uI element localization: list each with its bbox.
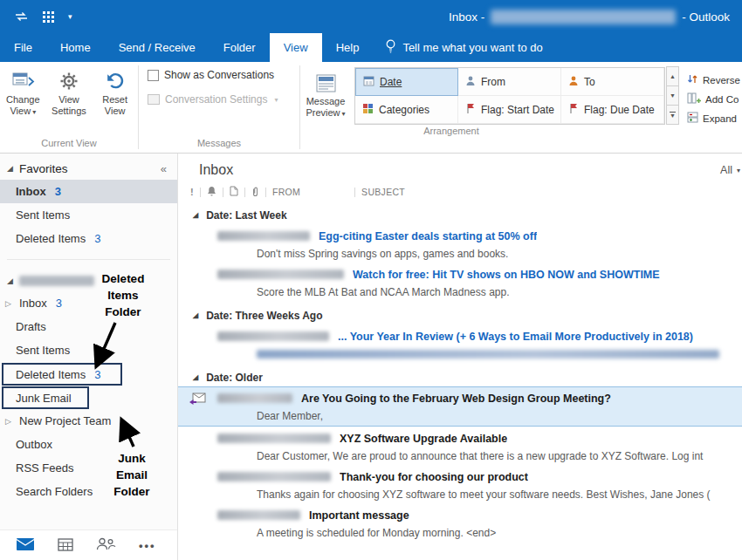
window-title-prefix: Inbox -: [449, 10, 484, 24]
group-label: Date: Older: [206, 372, 263, 384]
arrangement-item-flag-due-date[interactable]: Flag: Due Date: [561, 96, 664, 124]
message-preview: Thanks again for choosing XYZ software t…: [178, 488, 742, 501]
annotation-line: Items: [87, 287, 159, 304]
blurred-sender: [217, 270, 344, 279]
folder-item-junk-email[interactable]: Junk Email: [2, 386, 89, 409]
message-row[interactable]: Important message A meeting is scheduled…: [178, 503, 742, 542]
ribbon-tab-bar: File Home Send / Receive Folder View Hel…: [0, 33, 742, 62]
grid-icon[interactable]: [43, 11, 54, 23]
ribbon-group-current-view: Change View▾ View Settings Reset View Cu…: [0, 62, 138, 153]
message-preview: Dear Member,: [178, 410, 742, 422]
message-row[interactable]: Thank-you for choosing our product Thank…: [178, 465, 742, 503]
folder-label: Inbox: [16, 185, 46, 198]
gallery-scroll-up-icon[interactable]: ▲: [666, 66, 679, 86]
tab-send-receive[interactable]: Send / Receive: [105, 33, 210, 62]
folder-item-new-project-team[interactable]: ▷ New Project Team: [0, 409, 177, 433]
expander-icon[interactable]: ▷: [5, 299, 14, 308]
subject-column-header[interactable]: SUBJECT: [361, 187, 405, 197]
favorites-item-deleted-items[interactable]: Deleted Items 3: [0, 227, 177, 250]
change-view-button[interactable]: Change View▾: [0, 65, 45, 118]
blurred-sender: [217, 393, 292, 403]
unread-count: 3: [55, 185, 61, 198]
expand-collapse-button[interactable]: Expand: [687, 112, 740, 125]
group-header-three-weeks-ago[interactable]: ◢ Date: Three Weeks Ago: [178, 306, 742, 324]
collapse-triangle-icon: ◢: [7, 164, 13, 173]
favorites-header[interactable]: ◢ Favorites «: [0, 157, 177, 180]
annotation-line: Deleted: [87, 270, 159, 287]
expand-collapse-icon: [687, 112, 698, 125]
attachment-paperclip-icon[interactable]: [251, 186, 259, 199]
folder-label: Junk Email: [16, 392, 72, 405]
collapse-triangle-icon: ◢: [7, 277, 13, 285]
send-receive-icon[interactable]: [14, 11, 29, 22]
customize-qat-chevron-icon[interactable]: ▾: [68, 12, 72, 21]
folder-label: Sent Items: [16, 208, 70, 222]
show-as-conversations-checkbox[interactable]: Show as Conversations: [139, 62, 299, 81]
importance-column-header[interactable]: !: [190, 187, 194, 197]
more-apps-icon[interactable]: •••: [139, 539, 156, 552]
folder-item-deleted-items[interactable]: Deleted Items 3: [2, 363, 122, 386]
message-preview: Dear Customer, We are proud to announce …: [178, 450, 742, 462]
chevron-down-icon: ▾: [274, 96, 278, 104]
filter-all-dropdown[interactable]: All ▾: [720, 164, 740, 176]
reset-view-button[interactable]: Reset View: [93, 65, 138, 117]
message-row-selected[interactable]: Are You Going to the February Web Design…: [178, 386, 742, 427]
people-icon[interactable]: [96, 537, 116, 553]
conversation-settings-icon: [148, 94, 160, 105]
categories-icon: [362, 103, 374, 117]
reminder-bell-icon[interactable]: [207, 186, 216, 198]
message-list-header: Inbox All ▾: [178, 154, 742, 183]
add-columns-button[interactable]: Add Co: [687, 92, 740, 106]
message-row[interactable]: Watch for free: Hit TV shows on HBO NOW …: [178, 263, 742, 301]
annotation-deleted-items-folder: Deleted Items Folder: [87, 270, 159, 320]
gallery-scroll-down-icon[interactable]: ▼: [666, 85, 679, 106]
arrangement-item-categories[interactable]: Categories: [355, 96, 458, 124]
item-type-icon[interactable]: [230, 186, 238, 198]
column-separator: [223, 188, 223, 197]
column-separator: [354, 188, 355, 197]
lightbulb-icon: [385, 39, 396, 56]
group-expanded-triangle-icon: ◢: [193, 373, 198, 381]
message-preview-button[interactable]: Message Preview▾: [300, 67, 351, 120]
tab-file[interactable]: File: [0, 33, 46, 62]
from-column-header[interactable]: FROM: [272, 187, 300, 197]
tell-me-label: Tell me what you want to do: [402, 41, 542, 54]
minimize-folder-pane-icon[interactable]: «: [161, 162, 177, 175]
ribbon: Change View▾ View Settings Reset View Cu…: [0, 62, 742, 154]
reverse-sort-icon: [687, 73, 698, 86]
group-header-last-week[interactable]: ◢ Date: Last Week: [178, 206, 742, 224]
arrangement-item-from[interactable]: From: [458, 68, 561, 96]
message-preview: A meeting is scheduled for Monday mornin…: [178, 527, 742, 539]
message-row[interactable]: Egg-citing Easter deals starting at 50% …: [178, 224, 742, 263]
message-subject: Thank-you for choosing our product: [340, 471, 528, 483]
group-expanded-triangle-icon: ◢: [193, 211, 198, 219]
arrangement-item-to[interactable]: To: [561, 68, 664, 96]
tell-me-box[interactable]: Tell me what you want to do: [373, 33, 554, 62]
tab-help[interactable]: Help: [322, 33, 374, 62]
arrangement-side-buttons: Reverse Add Co Expand: [687, 67, 740, 125]
folder-item-sent-items[interactable]: Sent Items: [0, 338, 177, 362]
column-separator: [244, 188, 245, 197]
favorites-item-sent-items[interactable]: Sent Items: [0, 203, 177, 227]
sidebar-divider: [7, 259, 170, 260]
message-preview-icon: [315, 70, 337, 96]
tab-folder[interactable]: Folder: [210, 33, 270, 62]
reverse-sort-button[interactable]: Reverse: [687, 73, 740, 86]
message-row[interactable]: ... Your Year In Review (+ 6 Ways to Ema…: [178, 324, 742, 363]
tab-view[interactable]: View: [270, 33, 322, 62]
gear-icon: [59, 68, 79, 94]
view-settings-button[interactable]: View Settings: [46, 65, 92, 117]
flag-icon: [465, 103, 476, 117]
gallery-more-icon[interactable]: ▼: [666, 105, 679, 125]
calendar-icon[interactable]: [58, 537, 73, 554]
arrangement-item-date[interactable]: Date: [355, 68, 458, 96]
add-columns-icon: [687, 92, 701, 106]
message-row[interactable]: XYZ Software Upgrade Available Dear Cust…: [178, 427, 742, 465]
favorites-item-inbox[interactable]: Inbox 3: [0, 180, 177, 203]
expander-icon[interactable]: ▷: [5, 417, 14, 426]
tab-home[interactable]: Home: [46, 33, 105, 62]
mail-icon[interactable]: [16, 537, 35, 554]
annotation-junk-email-folder: Junk Email Folder: [101, 450, 162, 500]
group-header-older[interactable]: ◢ Date: Older: [178, 368, 742, 386]
arrangement-item-flag-start-date[interactable]: Flag: Start Date: [458, 96, 561, 124]
